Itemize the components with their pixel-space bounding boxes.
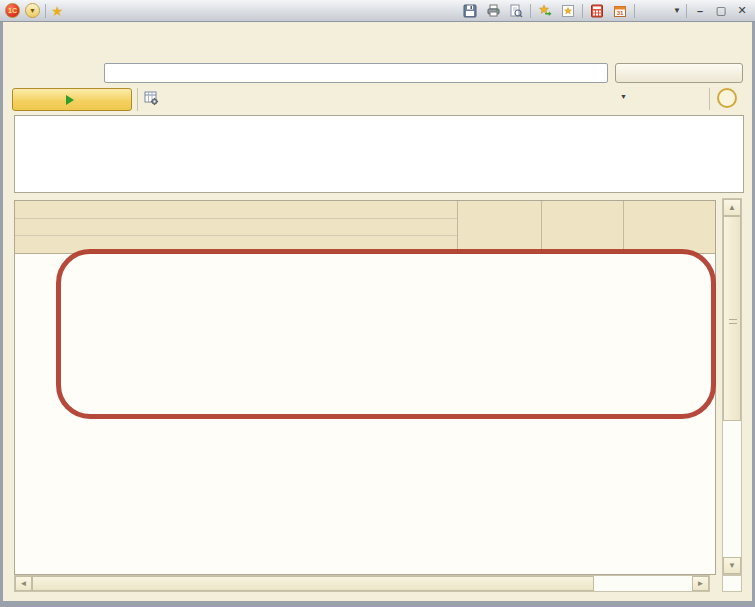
calendar-button[interactable]: 31 bbox=[611, 2, 629, 19]
settings-button[interactable] bbox=[144, 91, 164, 106]
header-income bbox=[458, 201, 543, 253]
horizontal-scrollbar[interactable]: ◄ ► bbox=[14, 575, 710, 592]
minimize-button[interactable]: – bbox=[692, 5, 708, 17]
main-menu-button[interactable]: ▼ bbox=[25, 3, 40, 18]
calculator-button[interactable] bbox=[588, 2, 606, 19]
help-button[interactable] bbox=[717, 88, 737, 108]
favorites-list-button[interactable] bbox=[559, 2, 577, 19]
save-icon bbox=[463, 4, 477, 18]
print-icon bbox=[486, 4, 501, 18]
generate-button[interactable] bbox=[12, 88, 132, 111]
variant-input[interactable] bbox=[104, 63, 608, 83]
calculator-icon bbox=[590, 4, 604, 18]
scroll-right-button[interactable]: ► bbox=[692, 576, 709, 591]
scrollbar-corner bbox=[722, 575, 742, 592]
close-button[interactable]: ✕ bbox=[734, 4, 750, 17]
settings-icon bbox=[144, 91, 159, 106]
header-activity bbox=[15, 201, 457, 219]
preview-button[interactable] bbox=[507, 2, 525, 19]
separator bbox=[530, 4, 531, 18]
horizontal-scroll-thumb[interactable] bbox=[32, 576, 594, 591]
header-order bbox=[15, 236, 457, 253]
separator bbox=[709, 88, 710, 110]
vertical-scrollbar[interactable]: ▲ ▼ bbox=[722, 198, 742, 575]
save-button[interactable] bbox=[461, 2, 479, 19]
scroll-down-button[interactable]: ▼ bbox=[723, 557, 741, 574]
chevron-down-icon: ▼ bbox=[620, 93, 627, 100]
header-article bbox=[15, 219, 457, 237]
scroll-left-button[interactable]: ◄ bbox=[15, 576, 32, 591]
1c-logo-icon[interactable]: 1С bbox=[5, 3, 20, 18]
scroll-up-button[interactable]: ▲ bbox=[723, 199, 741, 216]
preview-icon bbox=[509, 4, 523, 18]
separator bbox=[634, 4, 635, 18]
svg-text:31: 31 bbox=[617, 10, 624, 16]
header-profit bbox=[624, 201, 715, 253]
all-actions-button[interactable]: ▼ bbox=[615, 93, 627, 100]
report-form: ▼ ▲ ▼ ◄ bbox=[3, 22, 752, 601]
separator bbox=[45, 4, 46, 18]
chevron-down-icon: ▼ bbox=[29, 7, 36, 14]
separator bbox=[686, 4, 687, 18]
vertical-scroll-thumb[interactable] bbox=[723, 216, 741, 421]
star-add-icon bbox=[538, 4, 553, 18]
choose-variant-button[interactable] bbox=[615, 63, 743, 83]
report-header bbox=[15, 201, 715, 254]
print-button[interactable] bbox=[484, 2, 502, 19]
toolbar-chevron-icon[interactable]: ▼ bbox=[673, 6, 681, 15]
add-to-favorites-button[interactable] bbox=[536, 2, 554, 19]
grouping-header bbox=[15, 201, 458, 253]
title-bar: 1С ▼ ★ 31 ▼ – ▢ bbox=[0, 0, 755, 22]
play-icon bbox=[66, 95, 74, 105]
calendar-31-icon: 31 bbox=[613, 4, 627, 18]
header-expense bbox=[542, 201, 624, 253]
app-window: 1С ▼ ★ 31 ▼ – ▢ bbox=[0, 0, 755, 607]
filter-table bbox=[14, 115, 744, 193]
separator bbox=[137, 88, 138, 111]
favorites-star-icon[interactable]: ★ bbox=[51, 4, 64, 18]
maximize-button[interactable]: ▢ bbox=[713, 4, 729, 17]
report-table bbox=[14, 200, 716, 575]
separator bbox=[582, 4, 583, 18]
star-box-icon bbox=[561, 4, 575, 18]
thumb-grip bbox=[729, 319, 737, 324]
